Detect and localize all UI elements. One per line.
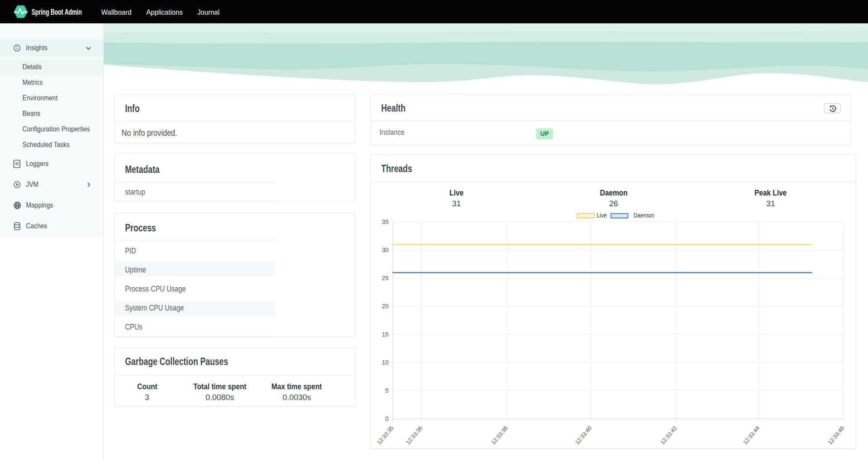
svg-text:12:33:46: 12:33:46 <box>826 425 845 445</box>
svg-text:12:33:40: 12:33:40 <box>574 425 593 445</box>
svg-text:12:33:35: 12:33:35 <box>376 425 395 445</box>
svg-text:12:33:36: 12:33:36 <box>405 425 424 445</box>
svg-text:12:33:42: 12:33:42 <box>659 425 678 445</box>
svg-text:0: 0 <box>385 415 389 422</box>
svg-text:25: 25 <box>382 275 389 282</box>
svg-text:10: 10 <box>382 359 389 366</box>
svg-text:20: 20 <box>382 303 389 310</box>
svg-text:35: 35 <box>382 218 389 225</box>
svg-text:30: 30 <box>382 247 389 253</box>
svg-text:15: 15 <box>382 331 389 338</box>
svg-text:12:33:44: 12:33:44 <box>742 425 761 445</box>
svg-text:12:33:38: 12:33:38 <box>490 425 509 445</box>
svg-text:5: 5 <box>385 387 389 394</box>
